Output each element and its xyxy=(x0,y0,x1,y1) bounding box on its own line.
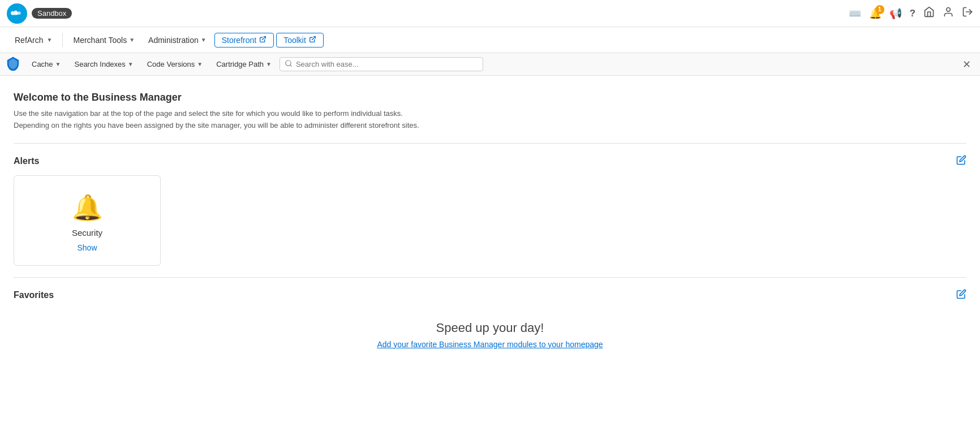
sandbox-badge: Sandbox xyxy=(32,8,72,19)
nav-bar: RefArch ▼ Merchant Tools ▼ Administratio… xyxy=(0,27,980,53)
help-icon[interactable]: ? xyxy=(910,8,915,19)
close-button[interactable]: ✕ xyxy=(959,58,974,71)
alert-card-security-show[interactable]: Show xyxy=(77,243,97,252)
divider-1 xyxy=(14,143,966,144)
nav-item-merchant-tools-label: Merchant Tools xyxy=(73,36,127,45)
sub-nav-cartridge-path-label: Cartridge Path xyxy=(216,60,264,68)
top-bar-icons: ⌨️ 🔔 1 📢 ? xyxy=(849,6,973,20)
nav-item-toolkit[interactable]: Toolkit xyxy=(276,33,324,48)
favorites-section-header: Favorites xyxy=(14,289,966,301)
nav-item-administration[interactable]: Administration ▼ xyxy=(143,33,212,47)
sub-nav-cache[interactable]: Cache ▼ xyxy=(26,58,66,71)
keyboard-icon[interactable]: ⌨️ xyxy=(849,7,861,20)
site-selector-label: RefArch xyxy=(15,36,44,45)
sub-nav-bar: Cache ▼ Search Indexes ▼ Code Versions ▼… xyxy=(0,53,980,76)
welcome-desc-2: Depending on the rights you have been as… xyxy=(14,120,966,132)
shield-logo xyxy=(6,56,20,72)
notification-count: 1 xyxy=(875,5,884,14)
welcome-section: Welcome to the Business Manager Use the … xyxy=(14,92,966,132)
sub-nav-cartridge-path[interactable]: Cartridge Path ▼ xyxy=(210,58,277,71)
favorites-edit-button[interactable] xyxy=(956,289,966,301)
user-icon[interactable] xyxy=(943,6,954,20)
nav-divider xyxy=(62,33,63,47)
favorites-sublink[interactable]: Add your favorite Business Manager modul… xyxy=(377,340,603,349)
sub-nav-cache-label: Cache xyxy=(32,60,53,68)
sub-nav-code-versions-label: Code Versions xyxy=(147,60,195,68)
site-selector[interactable]: RefArch ▼ xyxy=(9,33,58,47)
sub-nav-search-chevron: ▼ xyxy=(128,61,134,67)
bell-icon[interactable]: 🔔 1 xyxy=(869,7,882,20)
nav-item-storefront[interactable]: Storefront xyxy=(214,33,274,48)
sub-nav-code-versions[interactable]: Code Versions ▼ xyxy=(141,58,208,71)
top-bar: Sandbox ⌨️ 🔔 1 📢 ? xyxy=(0,0,980,27)
svg-line-5 xyxy=(290,65,292,67)
storefront-ext-icon xyxy=(259,36,267,45)
alert-card-security: 🔔 Security Show xyxy=(14,175,161,266)
favorites-title: Favorites xyxy=(14,290,54,300)
favorites-section: Favorites Speed up your day! Add your fa… xyxy=(14,289,966,355)
nav-item-administration-label: Administration xyxy=(148,36,199,45)
nav-item-storefront-label: Storefront xyxy=(222,36,256,45)
welcome-title: Welcome to the Business Manager xyxy=(14,92,966,103)
security-bell-icon: 🔔 xyxy=(72,193,103,222)
welcome-desc-1: Use the site navigation bar at the top o… xyxy=(14,108,966,120)
search-input[interactable] xyxy=(296,60,478,68)
sub-nav-cartridge-chevron: ▼ xyxy=(266,61,272,67)
salesforce-logo xyxy=(7,3,27,24)
nav-chevron-merchant: ▼ xyxy=(129,37,135,43)
nav-item-toolkit-label: Toolkit xyxy=(283,36,306,45)
alerts-section-header: Alerts xyxy=(14,155,966,167)
sub-nav-code-chevron: ▼ xyxy=(197,61,203,67)
divider-2 xyxy=(14,277,966,278)
svg-line-3 xyxy=(312,36,315,40)
sub-nav-search-indexes-label: Search Indexes xyxy=(74,60,125,68)
favorites-content: Speed up your day! Add your favorite Bus… xyxy=(14,309,966,355)
sub-nav-search-indexes[interactable]: Search Indexes ▼ xyxy=(68,58,139,71)
search-icon xyxy=(285,59,293,69)
home-icon[interactable] xyxy=(923,6,935,20)
site-selector-chevron: ▼ xyxy=(47,37,53,43)
alerts-section: Alerts 🔔 Security Show xyxy=(14,155,966,266)
favorites-tagline: Speed up your day! xyxy=(14,321,966,335)
alerts-grid: 🔔 Security Show xyxy=(14,175,966,266)
search-box[interactable] xyxy=(280,57,483,71)
signout-icon[interactable] xyxy=(962,6,973,20)
svg-line-2 xyxy=(263,36,266,40)
nav-chevron-admin: ▼ xyxy=(201,37,207,43)
main-content: Welcome to the Business Manager Use the … xyxy=(0,76,980,368)
sub-nav-cache-chevron: ▼ xyxy=(55,61,61,67)
toolkit-ext-icon xyxy=(309,36,316,45)
alerts-edit-button[interactable] xyxy=(956,155,966,167)
nav-item-merchant-tools[interactable]: Merchant Tools ▼ xyxy=(67,33,140,47)
alert-card-security-title: Security xyxy=(72,228,102,238)
alerts-title: Alerts xyxy=(14,156,39,166)
svg-point-0 xyxy=(947,8,951,12)
megaphone-icon[interactable]: 📢 xyxy=(889,7,902,20)
